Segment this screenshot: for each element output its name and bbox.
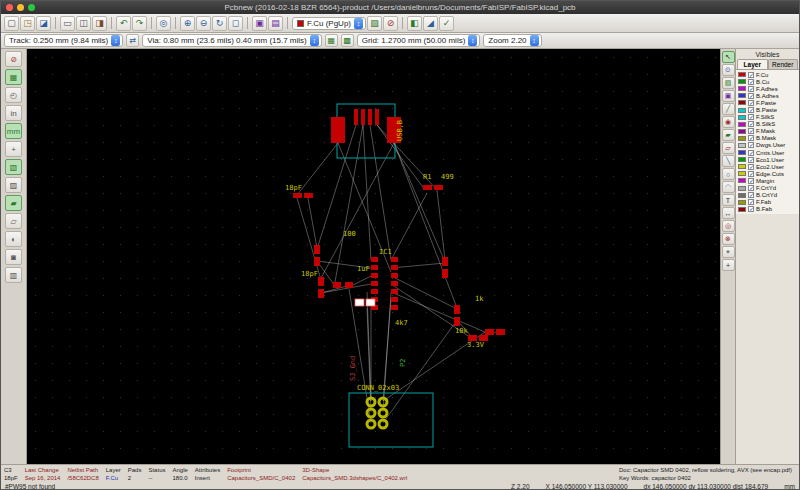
- units-mm-icon[interactable]: mm: [5, 123, 22, 139]
- layer-row-B.Paste[interactable]: ✓B.Paste: [736, 106, 799, 113]
- pcb-canvas[interactable]: USB,B18pFR149910018pFIC11uF4k710k1k3.3VS…: [27, 49, 720, 464]
- add-arc-icon[interactable]: ◠: [722, 181, 735, 193]
- layer-visibility-checkbox[interactable]: ✓: [748, 199, 754, 205]
- smd-pad[interactable]: [361, 109, 365, 125]
- delete-icon[interactable]: ⊗: [722, 233, 735, 245]
- layer-visibility-checkbox[interactable]: ✓: [748, 135, 754, 141]
- footprint-mode-icon[interactable]: ◧: [407, 16, 422, 31]
- highlight-net-icon[interactable]: ⊙: [722, 64, 735, 76]
- layer-color-swatch[interactable]: [738, 86, 746, 91]
- layer-color-swatch[interactable]: [738, 157, 746, 162]
- print-icon[interactable]: ◫: [76, 16, 91, 31]
- layer-visibility-checkbox[interactable]: ✓: [748, 79, 754, 85]
- zones-show-icon[interactable]: ▰: [5, 195, 22, 211]
- smd-pad[interactable]: [304, 193, 313, 198]
- auto-track-width-icon[interactable]: ⇄: [126, 34, 139, 47]
- layer-row-B.Fab[interactable]: ✓B.Fab: [736, 206, 799, 213]
- layer-row-Margin[interactable]: ✓Margin: [736, 177, 799, 184]
- smd-pad[interactable]: [442, 269, 448, 278]
- smd-pad[interactable]: [371, 257, 378, 262]
- undo-icon[interactable]: ↶: [116, 16, 131, 31]
- drc-off-icon[interactable]: ⊘: [5, 51, 22, 67]
- smd-pad[interactable]: [354, 109, 358, 125]
- via-size-select[interactable]: Via: 0.80 mm (23.6 mils) 0.40 mm (15.7 m…: [142, 34, 321, 47]
- layer-row-F.Cu[interactable]: ✓F.Cu: [736, 71, 799, 78]
- smd-pad[interactable]: [454, 317, 460, 326]
- zoom-in-icon[interactable]: ⊕: [180, 16, 195, 31]
- smd-pad[interactable]: [391, 297, 398, 302]
- layer-visibility-checkbox[interactable]: ✓: [748, 121, 754, 127]
- grid-style-icon[interactable]: ▦: [325, 34, 338, 47]
- layer-visibility-checkbox[interactable]: ✓: [748, 114, 754, 120]
- layer-color-swatch[interactable]: [738, 129, 746, 134]
- add-text-icon[interactable]: T: [722, 194, 735, 206]
- layer-visibility-checkbox[interactable]: ✓: [748, 72, 754, 78]
- layer-color-swatch[interactable]: [738, 115, 746, 120]
- smd-pad[interactable]: [368, 109, 372, 125]
- plot-icon[interactable]: ◨: [92, 16, 107, 31]
- grid-origin-icon[interactable]: ▩: [341, 34, 354, 47]
- layer-color-swatch[interactable]: [738, 150, 746, 155]
- layer-selector[interactable]: F.Cu (PgUp) ↕: [292, 17, 366, 30]
- grid-select[interactable]: Grid: 1.2700 mm (50.00 mils) ↕: [357, 34, 481, 47]
- smd-pad[interactable]: [371, 289, 378, 294]
- smd-pad[interactable]: [434, 185, 443, 190]
- smd-pad[interactable]: [333, 282, 341, 288]
- smd-pad[interactable]: [391, 257, 398, 262]
- footprint-editor-icon[interactable]: ▣: [252, 16, 267, 31]
- layer-row-Eco1.User[interactable]: ✓Eco1.User: [736, 156, 799, 163]
- layer-visibility-checkbox[interactable]: ✓: [748, 157, 754, 163]
- layer-row-B.Adhes[interactable]: ✓B.Adhes: [736, 92, 799, 99]
- library-browser-icon[interactable]: ▤: [268, 16, 283, 31]
- close-button[interactable]: [6, 4, 13, 11]
- maximize-button[interactable]: [28, 4, 35, 11]
- layer-visibility-checkbox[interactable]: ✓: [748, 150, 754, 156]
- layer-visibility-checkbox[interactable]: ✓: [748, 178, 754, 184]
- find-icon[interactable]: ◎: [156, 16, 171, 31]
- layer-visibility-checkbox[interactable]: ✓: [748, 164, 754, 170]
- save-board-icon[interactable]: ◪: [36, 16, 51, 31]
- layer-row-B.CrtYd[interactable]: ✓B.CrtYd: [736, 192, 799, 199]
- layer-visibility-checkbox[interactable]: ✓: [748, 142, 754, 148]
- smd-pad[interactable]: [391, 289, 398, 294]
- layer-color-swatch[interactable]: [738, 186, 746, 191]
- smd-pad[interactable]: [371, 273, 378, 278]
- layer-visibility-checkbox[interactable]: ✓: [748, 107, 754, 113]
- manage-layers-icon[interactable]: ▥: [5, 267, 22, 283]
- smd-pad[interactable]: [423, 185, 432, 190]
- layer-color-swatch[interactable]: [738, 164, 746, 169]
- layer-visibility-checkbox[interactable]: ✓: [748, 100, 754, 106]
- drc-check-icon[interactable]: ✓: [439, 16, 454, 31]
- route-mode-icon[interactable]: ◢: [423, 16, 438, 31]
- invisible-pads-icon[interactable]: ◙: [5, 249, 22, 265]
- minimize-button[interactable]: [17, 4, 24, 11]
- page-settings-icon[interactable]: ▭: [60, 16, 75, 31]
- layer-row-Cmts.User[interactable]: ✓Cmts.User: [736, 149, 799, 156]
- grid-origin-icon[interactable]: +: [722, 259, 735, 271]
- open-board-icon[interactable]: ◳: [20, 16, 35, 31]
- track-width-select[interactable]: Track: 0.250 mm (9.84 mils) ↕: [4, 34, 123, 47]
- module-ratsnest-icon[interactable]: ▨: [5, 177, 22, 193]
- zoom-out-icon[interactable]: ⊖: [196, 16, 211, 31]
- high-contrast-icon[interactable]: ◐: [5, 231, 22, 247]
- tab-render[interactable]: Render: [768, 59, 799, 69]
- smd-pad[interactable]: [345, 282, 353, 288]
- drill-origin-icon[interactable]: ⌖: [722, 246, 735, 258]
- smd-pad[interactable]: [293, 193, 302, 198]
- layer-row-B.SilkS[interactable]: ✓B.SilkS: [736, 121, 799, 128]
- layer-row-F.Fab[interactable]: ✓F.Fab: [736, 199, 799, 206]
- add-line-icon[interactable]: ╲: [722, 155, 735, 167]
- layer-row-F.Paste[interactable]: ✓F.Paste: [736, 99, 799, 106]
- layer-row-F.Mask[interactable]: ✓F.Mask: [736, 128, 799, 135]
- layer-row-B.Cu[interactable]: ✓B.Cu: [736, 78, 799, 85]
- layer-color-swatch[interactable]: [738, 79, 746, 84]
- grid-visibility-icon[interactable]: ▦: [5, 69, 22, 85]
- add-keepout-icon[interactable]: ▱: [722, 142, 735, 154]
- add-footprint-icon[interactable]: ▣: [722, 90, 735, 102]
- smd-pad[interactable]: [391, 305, 398, 310]
- smd-pad[interactable]: [331, 117, 345, 143]
- layer-visibility-checkbox[interactable]: ✓: [748, 128, 754, 134]
- layer-row-Edge.Cuts[interactable]: ✓Edge.Cuts: [736, 170, 799, 177]
- smd-pad[interactable]: [391, 273, 398, 278]
- layer-row-B.Mask[interactable]: ✓B.Mask: [736, 135, 799, 142]
